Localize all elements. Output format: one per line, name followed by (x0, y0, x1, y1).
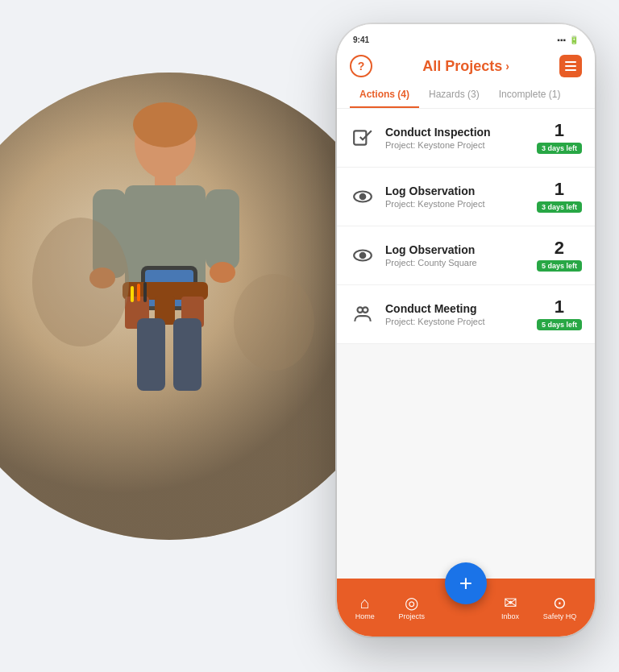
safety-hq-icon: ⊙ (553, 595, 567, 611)
action-item-2[interactable]: Log Observation Project: Keystone Projec… (337, 168, 595, 226)
item-4-subtitle: Project: Keystone Project (385, 317, 527, 326)
battery-icon: 🔋 (569, 35, 579, 44)
svg-point-11 (210, 262, 235, 283)
phone-device: 9:41 ▪▪▪ 🔋 ? All Projects › (337, 24, 595, 637)
menu-line-2 (565, 65, 576, 67)
svg-point-27 (360, 253, 366, 259)
item-3-days: 5 days left (537, 260, 582, 272)
help-icon-label: ? (358, 60, 365, 73)
item-4-days: 5 days left (537, 319, 582, 330)
fab-add-button[interactable]: + (445, 562, 487, 604)
observation-icon-1 (350, 184, 376, 209)
svg-rect-16 (131, 286, 134, 302)
item-1-subtitle: Project: Keystone Project (385, 140, 527, 150)
item-2-content: Log Observation Project: Keystone Projec… (385, 185, 527, 209)
item-4-title: Conduct Meeting (385, 302, 527, 315)
svg-rect-20 (173, 318, 201, 391)
phone-screen-container: 9:41 ▪▪▪ 🔋 ? All Projects › (337, 24, 595, 637)
svg-point-21 (32, 218, 129, 346)
inspect-icon (350, 125, 376, 151)
title-chevron: › (505, 60, 509, 73)
item-1-right: 1 3 days left (537, 122, 582, 154)
tab-incomplete[interactable]: Incomplete (1) (489, 82, 571, 108)
status-icons: ▪▪▪ 🔋 (557, 35, 579, 44)
menu-line-3 (565, 69, 576, 71)
action-item-3[interactable]: Log Observation Project: County Square 2… (337, 226, 595, 285)
tab-hazards-label: Hazards (3) (429, 89, 480, 100)
nav-inbox[interactable]: ✉ Inbox (495, 591, 526, 624)
nav-safety-hq-label: Safety HQ (543, 612, 577, 620)
svg-rect-17 (137, 284, 140, 301)
nav-home[interactable]: ⌂ Home (349, 591, 381, 624)
item-2-count: 1 (555, 180, 564, 198)
status-time: 9:41 (353, 35, 369, 44)
tab-actions[interactable]: Actions (4) (350, 82, 419, 108)
app-screen: ? All Projects › Actions (4) (337, 48, 595, 637)
svg-rect-19 (137, 318, 165, 391)
nav-home-label: Home (355, 612, 375, 620)
svg-rect-18 (143, 282, 147, 302)
item-1-days: 3 days left (537, 143, 582, 154)
svg-point-3 (133, 102, 197, 147)
item-3-subtitle: Project: County Square (385, 258, 527, 268)
actions-list: Conduct Inspection Project: Keystone Pro… (337, 109, 595, 579)
item-3-right: 2 5 days left (537, 239, 582, 272)
tab-bar: Actions (4) Hazards (3) Incomplete (1) (350, 82, 582, 108)
item-1-title: Conduct Inspection (385, 126, 527, 139)
nav-projects[interactable]: ◎ Projects (392, 591, 431, 624)
svg-point-22 (234, 274, 314, 371)
tab-incomplete-label: Incomplete (1) (499, 89, 561, 100)
item-4-content: Conduct Meeting Project: Keystone Projec… (385, 302, 527, 326)
item-1-count: 1 (555, 122, 564, 139)
app-title[interactable]: All Projects › (422, 58, 509, 75)
header-top-row: ? All Projects › (350, 55, 582, 77)
tab-hazards[interactable]: Hazards (3) (419, 82, 489, 108)
bottom-nav: ⌂ Home ◎ Projects + ✉ Inbox ⊙ Safety HQ (337, 579, 595, 637)
item-1-content: Conduct Inspection Project: Keystone Pro… (385, 126, 527, 150)
item-2-title: Log Observation (385, 185, 527, 197)
item-2-days: 3 days left (537, 201, 582, 213)
item-2-subtitle: Project: Keystone Project (385, 199, 527, 209)
svg-point-25 (360, 194, 366, 200)
nav-inbox-label: Inbox (501, 612, 519, 620)
projects-icon: ◎ (405, 595, 418, 611)
meeting-icon (350, 301, 376, 327)
menu-line-1 (565, 61, 576, 63)
app-header: ? All Projects › Actions (4) (337, 48, 595, 109)
tab-actions-label: Actions (4) (359, 89, 409, 100)
item-2-right: 1 3 days left (537, 180, 582, 213)
signal-icon: ▪▪▪ (557, 35, 566, 44)
inbox-icon: ✉ (504, 595, 517, 611)
item-4-count: 1 (555, 298, 564, 316)
item-3-content: Log Observation Project: County Square (385, 243, 527, 268)
home-icon: ⌂ (360, 595, 370, 611)
action-item-1[interactable]: Conduct Inspection Project: Keystone Pro… (337, 109, 595, 168)
nav-projects-label: Projects (398, 612, 425, 620)
svg-point-29 (363, 307, 368, 313)
item-3-count: 2 (555, 239, 564, 257)
menu-icon[interactable] (559, 55, 582, 77)
fab-icon: + (459, 570, 472, 596)
status-bar: 9:41 ▪▪▪ 🔋 (337, 24, 595, 48)
nav-safety-hq[interactable]: ⊙ Safety HQ (537, 591, 584, 624)
item-3-title: Log Observation (385, 243, 527, 256)
help-icon[interactable]: ? (350, 55, 372, 77)
svg-rect-7 (206, 189, 239, 270)
title-text: All Projects (422, 58, 502, 75)
action-item-4[interactable]: Conduct Meeting Project: Keystone Projec… (337, 285, 595, 344)
item-4-right: 1 5 days left (537, 298, 582, 330)
observation-icon-2 (350, 243, 376, 268)
background-scene (0, 0, 371, 672)
